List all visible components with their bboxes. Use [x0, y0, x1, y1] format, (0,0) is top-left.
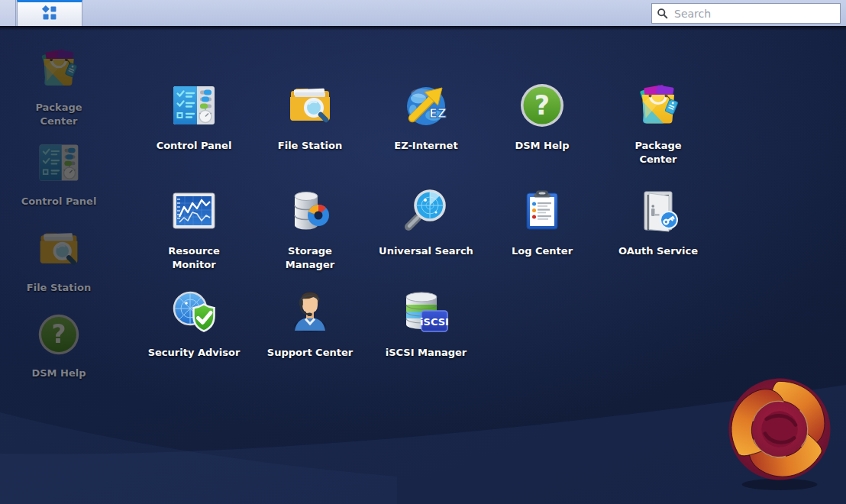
- app-control-panel[interactable]: Control Panel: [136, 81, 252, 153]
- shortcut-label: DSM Help: [13, 367, 105, 380]
- app-storage-manager[interactable]: Storage Manager: [252, 186, 368, 271]
- app-label: EZ-Internet: [368, 139, 484, 153]
- dsm-help-icon: ?: [484, 81, 600, 133]
- search-icon: [657, 8, 668, 19]
- app-log-center[interactable]: Log Center: [484, 186, 600, 258]
- svg-text:EZ: EZ: [429, 106, 447, 121]
- app-ez-internet[interactable]: EZ EZ-Internet: [368, 81, 484, 153]
- file-station-icon: [36, 226, 82, 275]
- security-advisor-icon: [136, 288, 252, 340]
- support-center-icon: [252, 288, 368, 340]
- app-label: Security Advisor: [136, 346, 252, 360]
- shortcut-label: Package Center: [13, 101, 105, 128]
- universal-search-icon: [368, 186, 484, 238]
- app-label: OAuth Service: [600, 244, 716, 258]
- app-label: Universal Search: [368, 244, 484, 258]
- app-security-advisor[interactable]: Security Advisor: [136, 288, 252, 360]
- package-center-icon: [600, 81, 716, 133]
- app-label: File Station: [252, 139, 368, 153]
- oauth-service-icon: [600, 186, 716, 238]
- app-dsm-help[interactable]: ? DSM Help: [484, 81, 600, 153]
- desktop-shortcut-dsm-help[interactable]: ? DSM Help: [13, 312, 105, 380]
- app-file-station[interactable]: File Station: [252, 81, 368, 153]
- app-label: iSCSI Manager: [368, 346, 484, 360]
- topbar: [0, 0, 846, 26]
- package-center-icon: [36, 46, 82, 95]
- app-package-center[interactable]: Package Center: [600, 81, 716, 166]
- app-iscsi-manager[interactable]: iSCSI iSCSI Manager: [368, 288, 484, 360]
- dsm-desktop: Package Center Control Panel File Statio…: [0, 0, 846, 504]
- app-label: DSM Help: [484, 139, 600, 153]
- desktop-shortcut-file-station[interactable]: File Station: [13, 226, 105, 295]
- topbar-edge: [0, 0, 16, 26]
- search-input[interactable]: [673, 7, 835, 21]
- app-label: Log Center: [484, 244, 600, 258]
- dsm-help-icon: ?: [36, 312, 82, 360]
- app-oauth-service[interactable]: OAuth Service: [600, 186, 716, 258]
- resource-monitor-icon: [136, 186, 252, 238]
- control-panel-icon: [36, 140, 82, 189]
- log-center-icon: [484, 186, 600, 238]
- desktop-shortcut-package-center[interactable]: Package Center: [13, 46, 105, 128]
- app-universal-search[interactable]: Universal Search: [368, 186, 484, 258]
- control-panel-icon: [136, 81, 252, 133]
- file-station-icon: [252, 81, 368, 133]
- app-label: Package Center: [600, 139, 716, 166]
- app-support-center[interactable]: Support Center: [252, 288, 368, 360]
- app-label: Storage Manager: [252, 244, 368, 271]
- iscsi-manager-icon: iSCSI: [368, 288, 484, 340]
- app-label: Control Panel: [136, 139, 252, 153]
- app-label: Support Center: [252, 346, 368, 360]
- desktop-shortcut-control-panel[interactable]: Control Panel: [13, 140, 105, 208]
- app-resource-monitor[interactable]: Resource Monitor: [136, 186, 252, 271]
- main-menu-tab[interactable]: [17, 0, 82, 26]
- synology-logo: [722, 371, 838, 490]
- shortcut-label: File Station: [13, 281, 105, 295]
- svg-text:iSCSI: iSCSI: [420, 316, 449, 328]
- ez-internet-icon: EZ: [368, 81, 484, 133]
- svg-text:?: ?: [534, 90, 550, 121]
- search-box[interactable]: [651, 3, 841, 24]
- desktop-area: Package Center Control Panel File Statio…: [0, 26, 846, 504]
- storage-manager-icon: [252, 186, 368, 238]
- svg-text:?: ?: [51, 320, 66, 349]
- app-drawer-icon: [41, 5, 58, 24]
- shortcut-label: Control Panel: [13, 195, 105, 208]
- app-label: Resource Monitor: [136, 244, 252, 271]
